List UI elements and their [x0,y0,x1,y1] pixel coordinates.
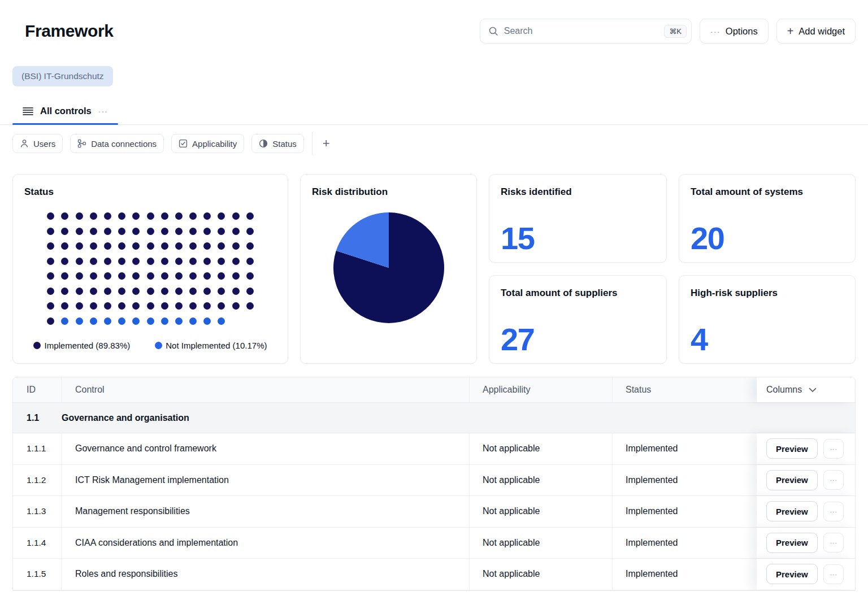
dot-implemented [132,212,140,220]
dot-implemented [118,272,125,280]
dot-implemented [147,212,154,220]
dot-implemented [246,288,254,295]
cell-actions: Preview ··· [757,496,854,527]
dot-implemented [246,242,254,250]
dot-implemented [147,302,154,310]
columns-menu-button[interactable]: Columns [757,377,854,402]
legend-label: Implemented (89.83%) [44,341,130,350]
dot-implemented [218,228,225,235]
dot-implemented [104,242,111,250]
preview-button[interactable]: Preview [766,438,818,459]
preview-button[interactable]: Preview [766,501,818,521]
column-header-applicability[interactable]: Applicability [470,377,613,402]
filter-chip-status[interactable]: Status [251,134,304,153]
ellipsis-icon: ··· [710,27,721,36]
row-more-button[interactable]: ··· [823,533,844,553]
tab-more-icon[interactable]: ··· [98,107,108,116]
dot-implemented [147,272,154,280]
dot-implemented [47,317,54,325]
dot-not-implemented [118,317,125,325]
dot-implemented [90,302,97,310]
dot-implemented [76,258,83,265]
row-more-button[interactable]: ··· [823,502,844,521]
preview-button[interactable]: Preview [766,533,818,553]
cell-applicability: Not applicable [470,528,613,559]
search-box[interactable]: ⌘K [480,19,692,43]
tab-all-controls[interactable]: All controls ··· [12,106,118,124]
cell-status: Implemented [613,528,757,559]
dot-implemented [61,302,68,310]
risks-identified-widget: Risks identified 15 [489,174,667,263]
column-header-control[interactable]: Control [62,377,470,402]
dot-implemented [118,212,125,220]
dot-implemented [76,228,83,235]
dot-implemented [232,302,240,310]
filter-divider [312,132,313,155]
pie-chart [301,212,476,323]
section-id: 1.1 [13,403,62,433]
table-row[interactable]: 1.1.3 Management responsibilities Not ap… [13,496,855,528]
filter-chip-applicability[interactable]: Applicability [171,134,244,153]
preview-button[interactable]: Preview [766,564,818,584]
filter-bar: Users Data connections Applicability S [12,134,856,153]
row-more-button[interactable]: ··· [823,564,844,584]
column-header-status[interactable]: Status [613,377,757,402]
column-header-id[interactable]: ID [13,377,62,402]
search-input[interactable] [504,26,664,36]
table-row[interactable]: 1.1.1 Governance and control framework N… [13,433,855,465]
table-row[interactable]: 1.1.2 ICT Risk Management implementation… [13,465,855,497]
options-button[interactable]: ··· Options [700,19,769,43]
dot-implemented [203,242,211,250]
stat-value: 27 [489,324,666,363]
stat-column-2: Total amount of systems 20 High-risk sup… [679,174,856,364]
plus-icon: + [787,25,794,37]
dot-not-implemented [76,317,83,325]
search-icon [488,26,498,36]
cell-id: 1.1.4 [13,528,62,559]
dot-implemented [132,272,140,280]
cell-applicability: Not applicable [470,496,613,527]
top-bar: Framework ⌘K ··· Options + Add widget [12,18,856,44]
dot-implemented [161,228,168,235]
filter-chip-label: Applicability [192,139,237,149]
dot-implemented [132,302,140,310]
dot-not-implemented [161,317,168,325]
widgets-row: Status Implemented (89.83%) Not Implemen… [12,174,856,364]
row-more-button[interactable]: ··· [823,470,844,490]
add-widget-button[interactable]: + Add widget [776,19,856,43]
framework-tag[interactable]: (BSI) IT-Grundschutz [12,66,113,86]
dot-implemented [47,272,54,280]
search-shortcut-badge: ⌘K [664,25,687,38]
filter-chip-users[interactable]: Users [12,134,63,153]
dot-implemented [175,228,183,235]
dot-implemented [246,272,254,280]
dot-implemented [47,288,54,295]
columns-menu-label: Columns [766,385,802,395]
dot-implemented [90,212,97,220]
filter-chip-label: Data connections [91,139,157,149]
dot-implemented [246,302,254,310]
preview-button[interactable]: Preview [766,470,818,490]
dot-implemented [118,242,125,250]
dot-implemented [189,258,197,265]
add-filter-button[interactable]: + [314,137,339,150]
table-row[interactable]: 1.1.4 CIAA considerations and implementa… [13,528,855,559]
cell-control: Governance and control framework [62,433,470,464]
options-button-label: Options [726,26,758,37]
hierarchy-icon [77,139,86,148]
dot-implemented [161,272,168,280]
table-row[interactable]: 1.1.5 Roles and responsibilities Not app… [13,559,855,590]
dot-implemented [147,228,154,235]
dot-implemented [118,258,125,265]
dot-implemented [232,212,240,220]
dot-implemented [161,242,168,250]
cell-id: 1.1.3 [13,496,62,527]
dot-implemented [175,288,183,295]
row-more-button[interactable]: ··· [823,439,844,459]
dot-implemented [232,228,240,235]
legend-swatch-implemented [33,342,41,349]
filter-chip-label: Users [33,139,55,149]
risk-distribution-widget: Risk distribution [300,174,477,364]
high-risk-suppliers-widget: High-risk suppliers 4 [679,275,856,364]
filter-chip-data-connections[interactable]: Data connections [70,134,164,153]
